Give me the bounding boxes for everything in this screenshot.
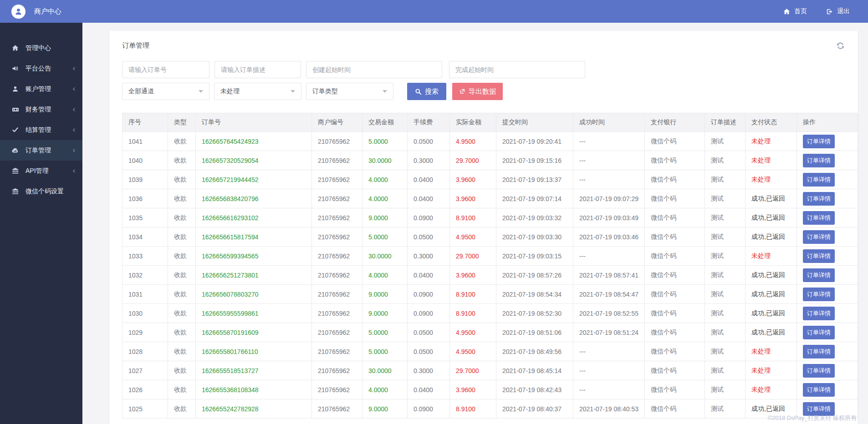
cell-order-no: 1626656251273801 bbox=[196, 266, 312, 285]
orders-table: 序号类型订单号商户编号交易金额手续费实际金额提交时间成功时间支付银行订单描述支付… bbox=[122, 113, 858, 419]
cell-bank: 微信个码 bbox=[645, 227, 705, 247]
order-detail-button[interactable]: 订单详情 bbox=[803, 230, 835, 244]
column-header: 交易金额 bbox=[363, 113, 408, 132]
column-header: 提交时间 bbox=[496, 113, 573, 132]
status-select[interactable]: 未处理 bbox=[214, 83, 301, 100]
order-desc-input[interactable] bbox=[214, 61, 301, 78]
cell-submit-time: 2021-07-19 09:03:32 bbox=[496, 208, 573, 227]
cell-merchant-no: 210765962 bbox=[312, 304, 363, 323]
sidebar-item-label: API管理 bbox=[26, 167, 49, 175]
chevron-left-icon: ‹ bbox=[72, 85, 76, 93]
cell-seq: 1035 bbox=[123, 208, 168, 227]
cell-success-time: 2021-07-19 08:57:41 bbox=[573, 266, 645, 285]
cell-submit-time: 2021-07-19 09:03:15 bbox=[496, 247, 573, 266]
cell-type: 收款 bbox=[168, 151, 196, 170]
table-row: 1031 收款 1626656078803270 210765962 9.000… bbox=[123, 285, 858, 304]
cell-status: 未处理 bbox=[745, 151, 797, 170]
order-detail-button[interactable]: 订单详情 bbox=[803, 402, 835, 416]
chevron-left-icon: ‹ bbox=[72, 64, 76, 72]
cell-success-time: 2021-07-19 08:40:53 bbox=[573, 399, 645, 419]
cell-status: 成功,已返回 bbox=[745, 285, 797, 304]
sidebar-item-api-management[interactable]: API管理‹ bbox=[0, 161, 82, 181]
cell-action: 订单详情 bbox=[797, 170, 858, 189]
table-row: 1029 收款 1626655870191609 210765962 5.000… bbox=[123, 323, 858, 342]
cell-seq: 1032 bbox=[123, 266, 168, 285]
cell-fee: 0.0900 bbox=[408, 399, 450, 419]
sidebar-item-account-management[interactable]: 账户管理‹ bbox=[0, 79, 82, 99]
sidebar-item-wechat-code-settings[interactable]: 微信个码设置 bbox=[0, 181, 82, 202]
sidebar-item-order-management[interactable]: 订单管理‹ bbox=[0, 140, 82, 161]
cell-submit-time: 2021-07-19 08:49:56 bbox=[496, 342, 573, 361]
order-detail-button[interactable]: 订单详情 bbox=[803, 154, 835, 167]
home-link[interactable]: 首页 bbox=[783, 7, 807, 15]
chevron-down-icon bbox=[383, 90, 387, 93]
cell-desc: 测试 bbox=[705, 323, 745, 342]
cell-action: 订单详情 bbox=[797, 342, 858, 361]
cell-seq: 1033 bbox=[123, 247, 168, 266]
cell-fee: 0.0900 bbox=[408, 304, 450, 323]
cell-fee: 0.0400 bbox=[408, 380, 450, 399]
cell-seq: 1027 bbox=[123, 361, 168, 380]
main-content: 订单管理 全部通道 未处理 订单类型 bbox=[82, 23, 868, 424]
cell-actual: 29.7000 bbox=[450, 247, 496, 266]
brand-title: 商户中心 bbox=[34, 7, 61, 16]
order-detail-button[interactable]: 订单详情 bbox=[803, 135, 835, 148]
create-time-input[interactable] bbox=[306, 61, 442, 78]
order-detail-button[interactable]: 订单详情 bbox=[803, 173, 835, 187]
status-select-value: 未处理 bbox=[220, 87, 240, 96]
order-detail-button[interactable]: 订单详情 bbox=[803, 211, 835, 225]
cell-submit-time: 2021-07-19 08:54:34 bbox=[496, 285, 573, 304]
cell-amount: 30.0000 bbox=[363, 151, 408, 170]
user-avatar-icon[interactable] bbox=[11, 5, 26, 19]
order-no-input[interactable] bbox=[122, 61, 209, 78]
cell-order-no: 1626656599394565 bbox=[196, 247, 312, 266]
cell-merchant-no: 210765962 bbox=[312, 285, 363, 304]
cell-bank: 微信个码 bbox=[645, 323, 705, 342]
order-detail-button[interactable]: 订单详情 bbox=[803, 345, 835, 358]
cell-desc: 测试 bbox=[705, 227, 745, 247]
cell-actual: 8.9100 bbox=[450, 285, 496, 304]
order-detail-button[interactable]: 订单详情 bbox=[803, 383, 835, 397]
sidebar-item-platform-notice[interactable]: 平台公告‹ bbox=[0, 58, 82, 79]
chevron-left-icon: ‹ bbox=[72, 126, 76, 134]
search-button[interactable]: 搜索 bbox=[407, 83, 446, 100]
cell-submit-time: 2021-07-19 09:15:16 bbox=[496, 151, 573, 170]
finish-time-input[interactable] bbox=[449, 61, 585, 78]
order-detail-button[interactable]: 订单详情 bbox=[803, 326, 835, 339]
sidebar-item-label: 账户管理 bbox=[26, 85, 51, 93]
cell-seq: 1034 bbox=[123, 227, 168, 247]
order-detail-button[interactable]: 订单详情 bbox=[803, 192, 835, 206]
table-row: 1041 收款 1626657645424923 210765962 5.000… bbox=[123, 132, 858, 151]
sidebar: 管理中心平台公告‹账户管理‹财务管理‹结算管理‹订单管理‹API管理‹微信个码设… bbox=[0, 23, 82, 424]
logout-link[interactable]: 退出 bbox=[826, 7, 850, 15]
cell-submit-time: 2021-07-19 08:40:37 bbox=[496, 399, 573, 419]
cell-action: 订单详情 bbox=[797, 285, 858, 304]
cell-desc: 测试 bbox=[705, 266, 745, 285]
cell-action: 订单详情 bbox=[797, 266, 858, 285]
order-detail-button[interactable]: 订单详情 bbox=[803, 364, 835, 378]
cell-amount: 5.0000 bbox=[363, 227, 408, 247]
order-detail-button[interactable]: 订单详情 bbox=[803, 288, 835, 301]
sidebar-item-settlement-management[interactable]: 结算管理‹ bbox=[0, 120, 82, 140]
cell-bank: 微信个码 bbox=[645, 151, 705, 170]
order-detail-button[interactable]: 订单详情 bbox=[803, 268, 835, 282]
order-detail-button[interactable]: 订单详情 bbox=[803, 249, 835, 263]
cell-bank: 微信个码 bbox=[645, 132, 705, 151]
cell-merchant-no: 210765962 bbox=[312, 208, 363, 227]
sidebar-item-admin-center[interactable]: 管理中心 bbox=[0, 38, 82, 58]
cell-fee: 0.0500 bbox=[408, 342, 450, 361]
channel-select[interactable]: 全部通道 bbox=[122, 83, 209, 100]
sidebar-item-finance-management[interactable]: 财务管理‹ bbox=[0, 99, 82, 120]
order-type-select[interactable]: 订单类型 bbox=[306, 83, 393, 100]
cell-order-no: 1626655518513727 bbox=[196, 361, 312, 380]
cell-success-time: 2021-07-19 09:03:46 bbox=[573, 227, 645, 247]
order-detail-button[interactable]: 订单详情 bbox=[803, 307, 835, 320]
cell-action: 订单详情 bbox=[797, 361, 858, 380]
refresh-icon[interactable] bbox=[837, 42, 845, 50]
cell-order-no: 1626656616293102 bbox=[196, 208, 312, 227]
copyright-text: ©2018 DsPay_打赏支付 版权所有 bbox=[768, 414, 857, 422]
cell-success-time: --- bbox=[573, 361, 645, 380]
table-row: 1030 收款 1626655955599861 210765962 9.000… bbox=[123, 304, 858, 323]
export-data-button[interactable]: 导出数据 bbox=[452, 83, 503, 100]
cell-actual: 3.9600 bbox=[450, 170, 496, 189]
